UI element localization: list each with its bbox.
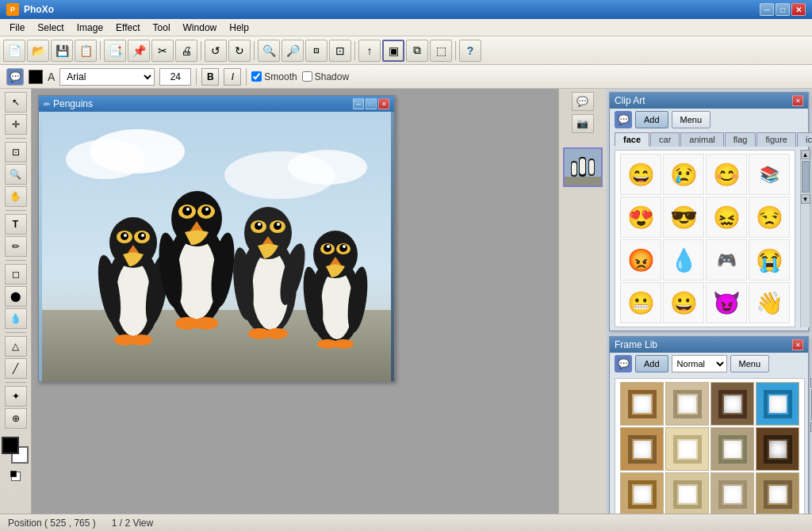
color-fg-swatch[interactable] — [29, 70, 43, 84]
cat-animal[interactable]: animal — [680, 132, 723, 147]
tool-line[interactable]: ╱ — [5, 358, 27, 379]
frame-lib-close[interactable]: ✕ — [792, 339, 803, 350]
help-button[interactable]: ? — [459, 40, 481, 62]
save2-button[interactable]: 📋 — [75, 40, 97, 62]
frame-2[interactable] — [710, 382, 754, 426]
emoji-8[interactable]: 😡 — [620, 239, 661, 281]
scroll-down-btn[interactable]: ▼ — [801, 194, 810, 204]
italic-button[interactable]: I — [224, 68, 241, 86]
tool-fill[interactable]: ⬤ — [5, 286, 27, 307]
menu-window[interactable]: Window — [177, 20, 224, 36]
frame-9[interactable] — [665, 472, 709, 514]
frame-10[interactable] — [710, 472, 754, 514]
fit-button[interactable]: ⊡ — [329, 40, 351, 62]
emoji-15[interactable]: 👋 — [749, 282, 790, 323]
image-close[interactable]: ✕ — [378, 98, 389, 109]
emoji-12[interactable]: 😬 — [620, 282, 661, 323]
menu-select[interactable]: Select — [31, 20, 70, 36]
emoji-3[interactable]: 📚 — [749, 154, 790, 195]
font-select[interactable]: Arial — [59, 68, 155, 86]
emoji-4[interactable]: 😍 — [620, 197, 661, 238]
emoji-6[interactable]: 😖 — [706, 197, 747, 238]
tool-shape[interactable]: △ — [5, 336, 27, 357]
undo-button[interactable]: ↺ — [205, 40, 227, 62]
cut-button[interactable]: ✂ — [151, 40, 174, 62]
color-swap[interactable] — [11, 472, 21, 481]
tool-lasso[interactable]: ⊡ — [5, 142, 27, 162]
cat-car[interactable]: car — [650, 132, 680, 147]
clone-button[interactable]: ⧉ — [406, 40, 428, 62]
bold-button[interactable]: B — [201, 68, 219, 86]
clip-art-close[interactable]: ✕ — [792, 95, 803, 106]
frame-button[interactable]: ▣ — [382, 40, 404, 62]
scroll-thumb[interactable] — [802, 161, 810, 193]
frame-1[interactable] — [665, 382, 709, 426]
save-button[interactable]: 💾 — [51, 40, 73, 62]
smooth-checkbox[interactable] — [251, 71, 262, 82]
shadow-checkbox[interactable] — [302, 71, 312, 82]
tool-zoom[interactable]: 🔍 — [5, 164, 27, 185]
frame-lib-add-btn[interactable]: Add — [635, 355, 668, 372]
tool-text[interactable]: T — [5, 214, 27, 235]
shadow-label[interactable]: Shadow — [302, 71, 349, 82]
clip-art-menu-btn[interactable]: Menu — [672, 111, 711, 128]
zoom-out-button[interactable]: 🔍 — [258, 40, 280, 62]
menu-effect[interactable]: Effect — [109, 20, 146, 36]
menu-file[interactable]: File — [3, 20, 31, 36]
print-button[interactable]: 🖨 — [175, 40, 197, 62]
frame-7[interactable] — [756, 427, 799, 471]
tool-hand[interactable]: ✋ — [5, 186, 27, 207]
thumb-camera-btn[interactable]: 📷 — [572, 114, 594, 133]
cat-figure[interactable]: figure — [756, 132, 796, 147]
emoji-13[interactable]: 😀 — [663, 282, 704, 323]
tool-eraser[interactable]: ◻ — [5, 264, 27, 285]
menu-help[interactable]: Help — [223, 20, 255, 36]
emoji-7[interactable]: 😒 — [749, 197, 790, 238]
image-canvas[interactable] — [39, 112, 394, 381]
thumb-chat-btn[interactable]: 💬 — [572, 92, 594, 111]
tool-eyedrop[interactable]: 💧 — [5, 308, 27, 329]
image-maximize[interactable]: □ — [366, 98, 377, 109]
cat-icon[interactable]: icon — [797, 132, 812, 147]
frame-5[interactable] — [665, 427, 709, 471]
zoom-100-button[interactable]: ⊡ — [305, 40, 327, 62]
emoji-11[interactable]: 😭 — [749, 239, 790, 281]
zoom-in-button[interactable]: 🔎 — [282, 40, 304, 62]
emoji-10[interactable]: 🎮 — [706, 239, 747, 281]
tool-pen[interactable]: ✏ — [5, 236, 27, 257]
copy-button[interactable]: 📑 — [104, 40, 126, 62]
emoji-0[interactable]: 😄 — [620, 154, 661, 195]
redo-button[interactable]: ↻ — [228, 40, 251, 62]
cat-flag[interactable]: flag — [725, 132, 756, 147]
clip-art-scrollbar[interactable]: ▲ ▼ — [800, 150, 810, 327]
emoji-2[interactable]: 😊 — [706, 154, 747, 195]
menu-tool[interactable]: Tool — [147, 20, 177, 36]
arrow-button[interactable]: ↑ — [358, 40, 381, 62]
frame-11[interactable] — [756, 472, 799, 514]
select-button[interactable]: ⬚ — [430, 40, 452, 62]
thumbnail-1[interactable] — [563, 147, 603, 187]
paste-button[interactable]: 📌 — [128, 40, 150, 62]
scroll-up-btn[interactable]: ▲ — [801, 150, 810, 159]
tool-stamp[interactable]: ⊕ — [5, 408, 27, 429]
smooth-label[interactable]: Smooth — [251, 71, 297, 82]
tool-select[interactable]: ↖ — [5, 92, 27, 113]
font-size-input[interactable] — [159, 68, 191, 86]
clip-art-add-btn[interactable]: Add — [635, 111, 668, 128]
menu-image[interactable]: Image — [71, 20, 109, 36]
color-fg[interactable] — [2, 437, 19, 454]
frame-normal-select[interactable]: Normal Tile Stretch — [672, 355, 727, 372]
maximize-button[interactable]: □ — [776, 3, 790, 16]
frame-0[interactable] — [620, 382, 664, 426]
emoji-14[interactable]: 😈 — [706, 282, 747, 323]
emoji-9[interactable]: 💧 — [663, 239, 704, 281]
minimize-button[interactable]: ─ — [760, 3, 774, 16]
cat-face[interactable]: face — [615, 132, 649, 147]
frame-6[interactable] — [710, 427, 754, 471]
emoji-5[interactable]: 😎 — [663, 197, 704, 238]
new-button[interactable]: 📄 — [3, 40, 25, 62]
tool-wand[interactable]: ✦ — [5, 386, 27, 407]
open-button[interactable]: 📂 — [27, 40, 49, 62]
frame-8[interactable] — [620, 472, 664, 514]
emoji-1[interactable]: 😢 — [663, 154, 704, 195]
